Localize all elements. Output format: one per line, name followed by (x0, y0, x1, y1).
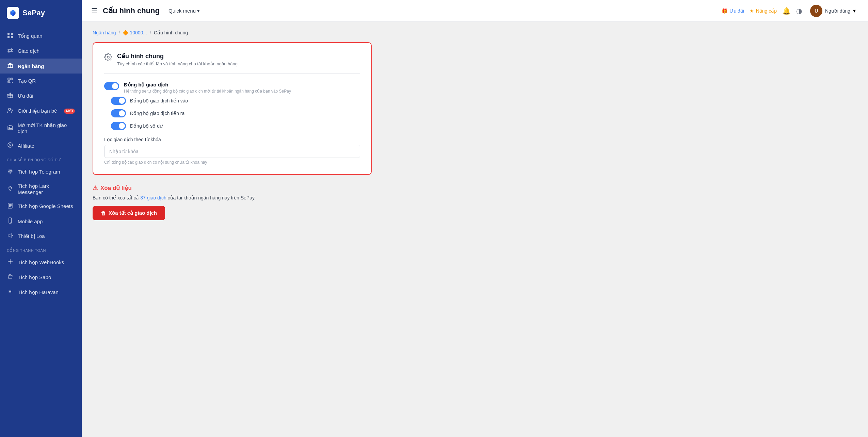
fire-icon: 🔶 (123, 30, 128, 35)
mobile-icon (7, 217, 14, 225)
sidebar-item-mobile-app[interactable]: Mobile app (0, 214, 82, 229)
sidebar-item-label: Ưu đãi (18, 93, 33, 99)
svg-rect-25 (9, 128, 12, 129)
sidebar-item-giao-dich[interactable]: Giao dịch (0, 44, 82, 59)
delete-title: ⚠ Xóa dữ liệu (93, 184, 372, 192)
svg-rect-18 (11, 82, 11, 83)
username-label: Người dùng (825, 8, 850, 14)
delete-description: Bạn có thể xóa tất cả 37 giao dịch của t… (93, 195, 372, 200)
sidebar-item-label: Thiết bị Loa (18, 233, 45, 239)
trash-icon: 🗑 (101, 210, 106, 216)
svg-rect-19 (12, 82, 13, 83)
keyword-input[interactable] (105, 145, 360, 158)
nang-cap-label: Nâng cấp (756, 8, 777, 14)
sidebar-item-telegram[interactable]: Tích hợp Telegram (0, 164, 82, 179)
uu-dai-link[interactable]: 🎁 Ưu đãi (722, 8, 744, 14)
sidebar-item-label: Tích hợp WebHooks (18, 259, 64, 265)
sidebar-item-label: Tổng quan (18, 33, 42, 39)
sidebar-item-webhooks[interactable]: Tích hợp WebHooks (0, 255, 82, 270)
app-name: SePay (22, 9, 45, 17)
svg-point-36 (10, 261, 11, 262)
sidebar-item-tong-quan[interactable]: Tổng quan (0, 29, 82, 44)
sidebar-item-label: Ngân hàng (18, 63, 44, 69)
svg-text:$: $ (9, 143, 11, 147)
warning-icon: ⚠ (93, 184, 98, 192)
sync-out-toggle[interactable] (111, 109, 126, 117)
sidebar-item-affiliate[interactable]: $ Affiliate (0, 138, 82, 153)
sync-balance-toggle[interactable] (111, 122, 126, 130)
svg-rect-11 (9, 79, 10, 80)
sync-in-toggle[interactable] (111, 97, 126, 105)
sync-main-row: Đồng bộ giao dịch Hệ thống sẽ tự động đồ… (104, 82, 360, 94)
svg-point-22 (9, 108, 11, 110)
quick-menu-button[interactable]: Quick menu ▾ (165, 6, 203, 15)
svg-rect-5 (8, 65, 9, 67)
svg-rect-24 (9, 127, 10, 128)
notification-bell-icon[interactable]: 🔔 (782, 7, 791, 15)
sidebar-item-tao-qr[interactable]: Tạo QR (0, 74, 82, 88)
lark-icon (7, 185, 14, 193)
svg-rect-1 (11, 33, 13, 35)
delete-section: ⚠ Xóa dữ liệu Bạn có thể xóa tất cả 37 g… (93, 184, 372, 220)
gift-icon (7, 92, 14, 100)
user-menu[interactable]: U Người dùng ▾ (807, 3, 858, 18)
open-account-icon (7, 125, 14, 132)
delete-all-button[interactable]: 🗑 Xóa tất cả giao dịch (93, 206, 165, 220)
app-logo[interactable]: SePay (0, 0, 82, 26)
sync-toggle[interactable] (104, 82, 119, 90)
settings-icon (104, 53, 112, 63)
sidebar-item-ngan-hang[interactable]: Ngân hàng (0, 59, 82, 74)
sidebar-item-google-sheets[interactable]: Tích hợp Google Sheets (0, 199, 82, 214)
sidebar-item-sapo[interactable]: Tích hợp Sapo (0, 270, 82, 285)
breadcrumb-bank-link[interactable]: Ngân hàng (93, 30, 116, 35)
transaction-count-link[interactable]: 37 giao dịch (140, 195, 166, 200)
telegram-icon (7, 168, 14, 176)
user-chevron-icon: ▾ (853, 7, 856, 14)
delete-desc-before: Bạn có thể xóa tất cả (93, 195, 140, 200)
svg-text:H: H (9, 289, 12, 294)
delete-desc-after: của tài khoản ngân hàng này trên SePay. (166, 195, 256, 200)
sidebar-item-gioi-thieu[interactable]: Giới thiệu bạn bè MỚI (0, 103, 82, 118)
quick-menu-label: Quick menu (168, 8, 196, 14)
svg-rect-32 (9, 206, 11, 207)
config-card-title: Cấu hình chung (117, 52, 239, 60)
sidebar-item-thiet-bi-loa[interactable]: Thiết bị Loa (0, 229, 82, 244)
delete-btn-label: Xóa tất cả giao dịch (109, 210, 157, 216)
sidebar-item-uu-dai[interactable]: Ưu đãi (0, 88, 82, 103)
svg-rect-15 (9, 81, 10, 82)
affiliate-icon: $ (7, 142, 14, 149)
sidebar-item-label: Tích hợp Haravan (18, 289, 59, 295)
sync-in-label: Đồng bộ giao dịch tiền vào (130, 98, 188, 103)
sidebar-item-lark[interactable]: Tích hợp Lark Messenger (0, 179, 82, 199)
refer-icon (7, 107, 14, 115)
breadcrumb-separator2: / (150, 30, 151, 35)
breadcrumb-account-link[interactable]: 🔶 10000... (123, 30, 147, 35)
sidebar-item-label: Mobile app (18, 218, 43, 224)
theme-toggle-icon[interactable]: ◑ (796, 7, 802, 15)
sidebar-item-label: Mở mới TK nhận giao dịch (18, 122, 75, 134)
sync-toggle-section: Đồng bộ giao dịch Hệ thống sẽ tự động đồ… (104, 82, 360, 130)
menu-toggle-icon[interactable]: ☰ (91, 7, 97, 15)
svg-rect-31 (9, 205, 12, 206)
breadcrumb-account-label: 10000... (130, 30, 147, 35)
nang-cap-link[interactable]: ★ Nâng cấp (750, 8, 777, 14)
svg-rect-7 (12, 65, 13, 67)
sheets-icon (7, 203, 14, 210)
svg-rect-16 (11, 81, 11, 81)
svg-marker-9 (7, 63, 13, 65)
speaker-icon (7, 232, 14, 240)
haravan-icon: H (7, 289, 14, 296)
sync-label-group: Đồng bộ giao dịch Hệ thống sẽ tự động đồ… (124, 82, 291, 94)
sidebar-item-label: Giới thiệu bạn bè (18, 108, 57, 114)
sidebar-item-label: Tích hợp Lark Messenger (18, 183, 75, 195)
sidebar-item-haravan[interactable]: H Tích hợp Haravan (0, 285, 82, 300)
config-card-header: Cấu hình chung Tùy chỉnh các thiết lập v… (104, 52, 360, 74)
sync-out-label: Đồng bộ giao dịch tiền ra (130, 111, 184, 116)
header: ☰ Cấu hình chung Quick menu ▾ 🎁 Ưu đãi ★… (82, 0, 868, 22)
breadcrumb-separator: / (119, 30, 120, 35)
svg-marker-35 (8, 233, 11, 238)
delete-title-label: Xóa dữ liệu (100, 184, 132, 192)
sidebar-item-label: Tích hợp Google Sheets (18, 203, 73, 209)
sidebar-item-mo-moi[interactable]: Mở mới TK nhận giao dịch (0, 118, 82, 138)
svg-rect-17 (12, 81, 13, 81)
